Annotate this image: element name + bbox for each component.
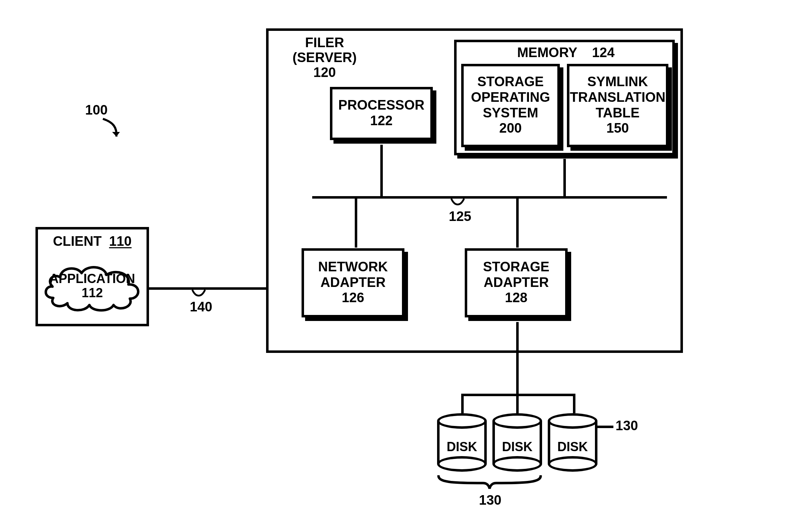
filer-ref: 120 xyxy=(284,65,365,80)
storage-adapter-ref: 128 xyxy=(505,290,527,306)
disk12-brace xyxy=(437,475,542,490)
bus-line xyxy=(312,196,667,199)
link-tick xyxy=(192,289,206,299)
storage-adapter-box: STORAGE ADAPTER 128 xyxy=(465,248,568,317)
disk-drop-2 xyxy=(516,394,519,413)
disk12-ref: 130 xyxy=(479,493,501,508)
disk-drop-3 xyxy=(573,394,575,413)
client-ref: 110 xyxy=(109,234,131,249)
memory-ref: 124 xyxy=(592,45,614,60)
net-adapter-ref: 126 xyxy=(342,290,364,306)
application-cloud: APPLICATION 112 xyxy=(43,259,142,312)
disk3-ref-leader xyxy=(597,426,613,428)
disk-3: DISK xyxy=(548,413,597,472)
processor-box: PROCESSOR 122 xyxy=(330,87,433,140)
system-ref: 100 xyxy=(85,103,107,118)
proc-bus-line xyxy=(380,145,383,196)
disk-drop-1 xyxy=(461,394,464,413)
network-adapter-box: NETWORK ADAPTER 126 xyxy=(302,248,404,317)
disk-2: DISK xyxy=(492,413,542,472)
client-title-text: CLIENT xyxy=(53,234,101,249)
processor-ref: 122 xyxy=(370,113,392,129)
memory-title: MEMORY 124 xyxy=(504,45,628,60)
symlink-box: SYMLINK TRANSLATION TABLE 150 xyxy=(567,64,668,147)
disk3-ref: 130 xyxy=(616,419,638,433)
application-label: APPLICATION xyxy=(43,272,142,286)
bus-to-store xyxy=(516,196,519,248)
sos-ref: 200 xyxy=(499,121,522,136)
bus-tick xyxy=(451,198,465,208)
filer-title: FILER (SERVER) 120 xyxy=(284,35,365,80)
processor-label: PROCESSOR xyxy=(338,98,425,113)
symlink-ref: 150 xyxy=(606,121,629,136)
bus-to-net xyxy=(355,196,357,248)
store-out-line xyxy=(516,322,519,395)
diagram-root: CLIENT 110 APPLICATION 112 100 140 FILER… xyxy=(0,0,789,532)
application-ref: 112 xyxy=(43,286,142,300)
system-ref-arrow xyxy=(99,117,124,142)
disk-1: DISK xyxy=(437,413,487,472)
svg-marker-0 xyxy=(112,132,120,137)
bus-ref: 125 xyxy=(449,209,471,224)
mem-bus-line xyxy=(563,159,566,196)
client-title: CLIENT 110 xyxy=(44,234,140,249)
link-ref: 140 xyxy=(190,300,212,315)
sos-box: STORAGE OPERATING SYSTEM 200 xyxy=(461,64,560,147)
